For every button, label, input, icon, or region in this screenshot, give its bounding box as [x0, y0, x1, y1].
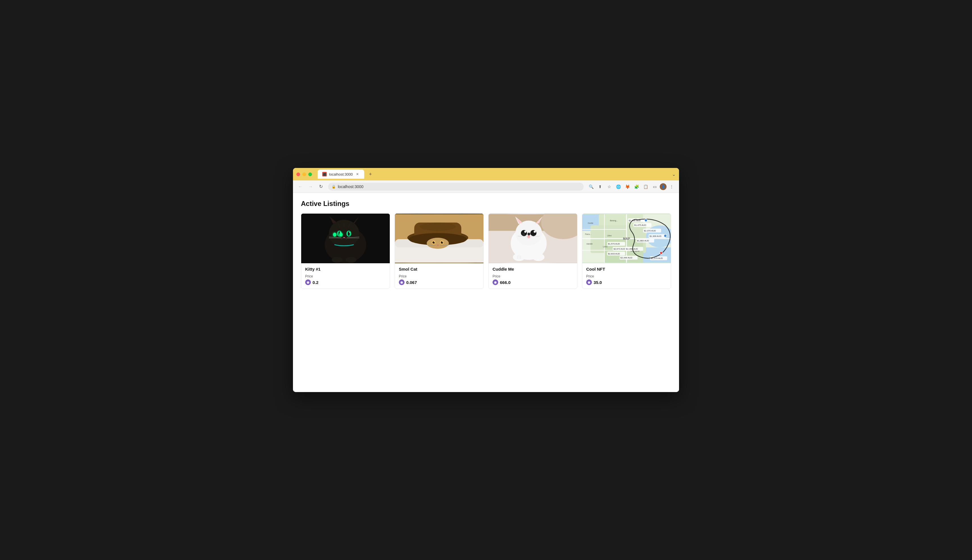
extensions-puzzle-button[interactable]: 🧩	[633, 183, 640, 191]
price-label-smol-cat: Price	[399, 274, 479, 278]
svg-text:$1,883 AUD: $1,883 AUD	[637, 240, 649, 242]
svg-text:$2,268 AUD: $2,268 AUD	[626, 248, 638, 250]
listing-name-smol-cat: Smol Cat	[399, 267, 479, 272]
svg-point-35	[442, 242, 443, 242]
new-tab-button[interactable]: +	[366, 170, 374, 178]
listings-grid: Kitty #1 Price ◉ 0.2	[301, 213, 671, 289]
svg-point-102	[645, 219, 647, 222]
svg-text:Barang...: Barang...	[610, 220, 618, 222]
listing-card-smol-cat[interactable]: Smol Cat Price ◉ 0.067	[394, 213, 484, 289]
listing-info-cuddle-me: Cuddle Me Price ◉ 666.0	[489, 263, 577, 288]
price-value-cool-nft: ◉ 35.0	[586, 280, 667, 285]
svg-text:$2,833 AUD: $2,833 AUD	[608, 252, 620, 255]
extension-fox-button[interactable]: 🦊	[623, 183, 631, 191]
listing-info-smol-cat: Smol Cat Price ◉ 0.067	[395, 263, 483, 288]
refresh-button[interactable]: ↻	[317, 183, 325, 191]
reading-list-button[interactable]: 📋	[641, 183, 650, 191]
price-value-smol-cat: ◉ 0.067	[399, 280, 479, 285]
active-tab[interactable]: ⬛ localhost:3000 ✕	[318, 170, 364, 179]
svg-point-19	[346, 257, 357, 263]
listing-card-cuddle-me[interactable]: Cuddle Me Price ◉ 666.0	[488, 213, 578, 289]
url-lock-icon: 🔒	[332, 185, 336, 188]
svg-point-104	[660, 252, 663, 255]
svg-point-51	[524, 231, 526, 233]
title-bar: ⬛ localhost:3000 ✕ + ⌄	[293, 168, 679, 180]
url-text: localhost:3000	[338, 184, 363, 189]
share-button[interactable]: ⬆	[596, 183, 604, 191]
listing-image-cuddle-me	[489, 213, 577, 263]
forward-button[interactable]: →	[307, 183, 314, 191]
svg-point-52	[534, 231, 536, 233]
listing-name-kitty-1: Kitty #1	[305, 267, 386, 272]
svg-point-34	[434, 242, 434, 242]
price-label-cool-nft: Price	[586, 274, 667, 278]
price-icon-cuddle-me: ◉	[493, 280, 498, 285]
address-bar: ← → ↻ 🔒 localhost:3000 🔍 ⬆ ☆ 🌐 🦊 🧩 📋 ▭ 👤…	[293, 180, 679, 193]
listing-image-cool-nft: Ozelle Barang... Parra... Lilino niandie…	[582, 213, 671, 263]
search-button[interactable]: 🔍	[587, 183, 595, 191]
price-icon-cool-nft: ◉	[586, 280, 592, 285]
price-icon-smol-cat: ◉	[399, 280, 404, 285]
svg-text:$1,368 AUD: $1,368 AUD	[650, 235, 661, 237]
profile-avatar[interactable]: 👤	[660, 183, 666, 190]
close-button[interactable]	[296, 172, 300, 176]
svg-text:$2,673 AUD: $2,673 AUD	[613, 248, 625, 250]
svg-point-44	[516, 221, 542, 246]
price-icon-kitty-1: ◉	[305, 280, 311, 285]
back-button[interactable]: ←	[296, 183, 304, 191]
svg-point-18	[332, 257, 342, 263]
listing-card-kitty-1[interactable]: Kitty #1 Price ◉ 0.2	[301, 213, 390, 289]
listing-card-cool-nft[interactable]: Ozelle Barang... Parra... Lilino niandie…	[582, 213, 671, 289]
tab-favicon: ⬛	[322, 172, 327, 177]
svg-text:$1,475 AUD: $1,475 AUD	[634, 224, 646, 227]
listing-info-cool-nft: Cool NFT Price ◉ 35.0	[582, 263, 671, 288]
price-value-kitty-1: ◉ 0.2	[305, 280, 386, 285]
traffic-lights	[296, 172, 312, 176]
price-amount-cool-nft: 35.0	[594, 280, 602, 285]
price-amount-kitty-1: 0.2	[312, 280, 319, 285]
svg-text:$1,570 AUD: $1,570 AUD	[608, 243, 620, 245]
svg-text:$2,370 AUD: $2,370 AUD	[644, 230, 656, 232]
tab-close-button[interactable]: ✕	[355, 172, 360, 177]
svg-text:niandie: niandie	[586, 243, 593, 245]
listing-info-kitty-1: Kitty #1 Price ◉ 0.2	[301, 263, 390, 288]
svg-point-12	[349, 232, 350, 233]
price-amount-cuddle-me: 666.0	[500, 280, 511, 285]
url-bar[interactable]: 🔒 localhost:3000	[328, 183, 584, 191]
page-content: Active Listings	[293, 193, 679, 392]
browser-actions: 🔍 ⬆ ☆ 🌐 🦊 🧩 📋 ▭ 👤 ⋮	[587, 183, 676, 191]
svg-point-36	[437, 244, 439, 246]
listing-image-smol-cat	[395, 213, 483, 263]
svg-text:Parra...: Parra...	[585, 233, 591, 235]
price-amount-smol-cat: 0.067	[406, 280, 417, 285]
tab-area: ⬛ localhost:3000 ✕ + ⌄	[318, 170, 676, 179]
menu-button[interactable]: ⋮	[668, 183, 676, 191]
listing-image-kitty-1	[301, 213, 390, 263]
listing-name-cuddle-me: Cuddle Me	[493, 267, 573, 272]
page-title: Active Listings	[301, 200, 671, 208]
bookmark-button[interactable]: ☆	[605, 183, 613, 191]
svg-text:$2,448 AUD: $2,448 AUD	[621, 257, 633, 259]
minimize-button[interactable]	[302, 172, 306, 176]
svg-text:Ozelle: Ozelle	[588, 222, 594, 224]
svg-point-39	[420, 222, 456, 231]
svg-point-29	[427, 238, 449, 249]
svg-point-11	[340, 232, 341, 233]
svg-text:Lilino: Lilino	[603, 246, 608, 248]
svg-text:Lilino: Lilino	[607, 235, 612, 237]
maximize-button[interactable]	[308, 172, 312, 176]
tab-label: localhost:3000	[329, 172, 353, 177]
svg-point-53	[528, 235, 530, 237]
listing-name-cool-nft: Cool NFT	[586, 267, 667, 272]
price-label-kitty-1: Price	[305, 274, 386, 278]
price-value-cuddle-me: ◉ 666.0	[493, 280, 573, 285]
sidebar-button[interactable]: ▭	[651, 183, 659, 191]
svg-point-103	[664, 234, 667, 237]
price-label-cuddle-me: Price	[493, 274, 573, 278]
tabs-dropdown-button[interactable]: ⌄	[672, 172, 676, 177]
svg-point-57	[532, 253, 544, 261]
browser-window: ⬛ localhost:3000 ✕ + ⌄ ← → ↻ 🔒 localhost…	[293, 168, 679, 392]
extension-chrome-button[interactable]: 🌐	[614, 183, 622, 191]
